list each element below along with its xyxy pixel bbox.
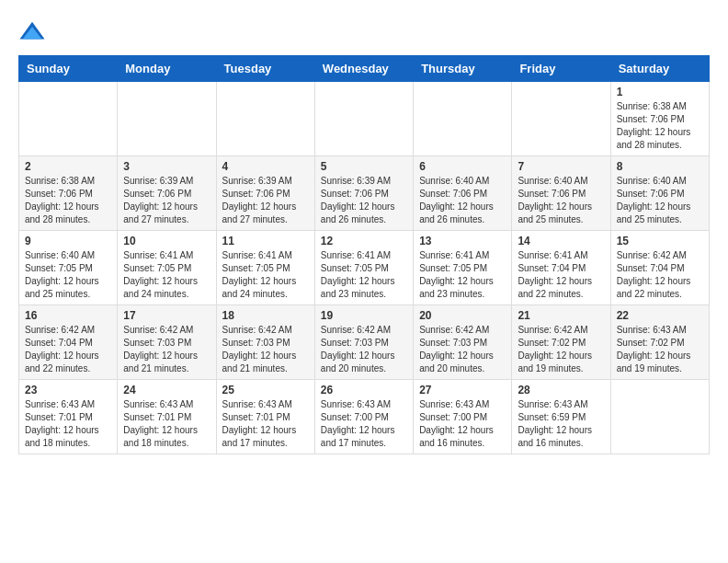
calendar-cell: 17Sunrise: 6:42 AM Sunset: 7:03 PM Dayli… — [118, 305, 216, 380]
calendar-cell: 11Sunrise: 6:41 AM Sunset: 7:05 PM Dayli… — [216, 231, 314, 305]
logo — [18, 18, 50, 46]
day-number: 27 — [419, 384, 506, 396]
day-info: Sunrise: 6:42 AM Sunset: 7:03 PM Dayligh… — [123, 324, 210, 375]
day-number: 5 — [321, 160, 407, 173]
day-number: 19 — [321, 309, 407, 322]
day-number: 7 — [518, 160, 604, 173]
day-info: Sunrise: 6:41 AM Sunset: 7:05 PM Dayligh… — [222, 249, 309, 301]
day-info: Sunrise: 6:43 AM Sunset: 7:00 PM Dayligh… — [419, 398, 506, 450]
day-number: 15 — [617, 235, 703, 247]
calendar-cell: 20Sunrise: 6:42 AM Sunset: 7:03 PM Dayli… — [414, 305, 512, 380]
calendar-cell: 14Sunrise: 6:41 AM Sunset: 7:04 PM Dayli… — [512, 231, 610, 305]
page-header — [18, 18, 710, 46]
calendar-header-row: SundayMondayTuesdayWednesdayThursdayFrid… — [19, 56, 710, 82]
day-info: Sunrise: 6:41 AM Sunset: 7:05 PM Dayligh… — [123, 249, 210, 301]
day-info: Sunrise: 6:43 AM Sunset: 7:01 PM Dayligh… — [25, 398, 111, 450]
calendar-cell: 19Sunrise: 6:42 AM Sunset: 7:03 PM Dayli… — [314, 305, 413, 380]
day-number: 16 — [25, 309, 111, 322]
calendar-cell — [118, 82, 216, 156]
calendar-cell: 10Sunrise: 6:41 AM Sunset: 7:05 PM Dayli… — [118, 231, 216, 305]
calendar-cell: 16Sunrise: 6:42 AM Sunset: 7:04 PM Dayli… — [19, 305, 118, 380]
calendar-cell: 23Sunrise: 6:43 AM Sunset: 7:01 PM Dayli… — [19, 380, 118, 454]
day-number: 2 — [25, 160, 111, 173]
day-info: Sunrise: 6:43 AM Sunset: 7:01 PM Dayligh… — [222, 398, 309, 450]
calendar-week-3: 9Sunrise: 6:40 AM Sunset: 7:05 PM Daylig… — [19, 231, 710, 305]
calendar-cell: 21Sunrise: 6:42 AM Sunset: 7:02 PM Dayli… — [512, 305, 610, 380]
day-number: 9 — [25, 235, 111, 247]
day-info: Sunrise: 6:39 AM Sunset: 7:06 PM Dayligh… — [222, 175, 309, 226]
day-info: Sunrise: 6:43 AM Sunset: 7:00 PM Dayligh… — [321, 398, 407, 450]
calendar-week-2: 2Sunrise: 6:38 AM Sunset: 7:06 PM Daylig… — [19, 156, 710, 231]
day-number: 6 — [419, 160, 506, 173]
column-header-monday: Monday — [118, 56, 216, 82]
column-header-tuesday: Tuesday — [216, 56, 314, 82]
calendar-cell: 8Sunrise: 6:40 AM Sunset: 7:06 PM Daylig… — [610, 156, 709, 231]
day-number: 23 — [25, 384, 111, 396]
day-number: 20 — [419, 309, 506, 322]
calendar-cell: 26Sunrise: 6:43 AM Sunset: 7:00 PM Dayli… — [314, 380, 413, 454]
day-number: 14 — [518, 235, 604, 247]
day-info: Sunrise: 6:43 AM Sunset: 7:02 PM Dayligh… — [617, 324, 703, 375]
day-info: Sunrise: 6:38 AM Sunset: 7:06 PM Dayligh… — [25, 175, 111, 226]
calendar-cell: 12Sunrise: 6:41 AM Sunset: 7:05 PM Dayli… — [314, 231, 413, 305]
calendar-cell: 25Sunrise: 6:43 AM Sunset: 7:01 PM Dayli… — [216, 380, 314, 454]
day-number: 8 — [617, 160, 703, 173]
calendar-cell: 9Sunrise: 6:40 AM Sunset: 7:05 PM Daylig… — [19, 231, 118, 305]
day-number: 12 — [321, 235, 407, 247]
calendar-cell: 3Sunrise: 6:39 AM Sunset: 7:06 PM Daylig… — [118, 156, 216, 231]
day-info: Sunrise: 6:41 AM Sunset: 7:05 PM Dayligh… — [419, 249, 506, 301]
calendar-week-1: 1Sunrise: 6:38 AM Sunset: 7:06 PM Daylig… — [19, 82, 710, 156]
calendar-cell: 28Sunrise: 6:43 AM Sunset: 6:59 PM Dayli… — [512, 380, 610, 454]
calendar-week-5: 23Sunrise: 6:43 AM Sunset: 7:01 PM Dayli… — [19, 380, 710, 454]
column-header-sunday: Sunday — [19, 56, 118, 82]
day-number: 24 — [123, 384, 210, 396]
calendar-cell — [19, 82, 118, 156]
day-info: Sunrise: 6:42 AM Sunset: 7:03 PM Dayligh… — [419, 324, 506, 375]
day-info: Sunrise: 6:39 AM Sunset: 7:06 PM Dayligh… — [321, 175, 407, 226]
day-number: 1 — [617, 86, 703, 98]
calendar-cell — [216, 82, 314, 156]
calendar-cell: 15Sunrise: 6:42 AM Sunset: 7:04 PM Dayli… — [610, 231, 709, 305]
calendar-cell: 27Sunrise: 6:43 AM Sunset: 7:00 PM Dayli… — [414, 380, 512, 454]
day-info: Sunrise: 6:43 AM Sunset: 7:01 PM Dayligh… — [123, 398, 210, 450]
day-number: 21 — [518, 309, 604, 322]
day-info: Sunrise: 6:40 AM Sunset: 7:06 PM Dayligh… — [518, 175, 604, 226]
day-number: 10 — [123, 235, 210, 247]
day-number: 3 — [123, 160, 210, 173]
calendar-cell: 4Sunrise: 6:39 AM Sunset: 7:06 PM Daylig… — [216, 156, 314, 231]
day-info: Sunrise: 6:41 AM Sunset: 7:04 PM Dayligh… — [518, 249, 604, 301]
day-number: 18 — [222, 309, 309, 322]
logo-icon — [18, 18, 46, 46]
day-number: 17 — [123, 309, 210, 322]
calendar-cell — [512, 82, 610, 156]
day-number: 26 — [321, 384, 407, 396]
day-info: Sunrise: 6:42 AM Sunset: 7:02 PM Dayligh… — [518, 324, 604, 375]
calendar-cell — [414, 82, 512, 156]
column-header-thursday: Thursday — [414, 56, 512, 82]
calendar-week-4: 16Sunrise: 6:42 AM Sunset: 7:04 PM Dayli… — [19, 305, 710, 380]
day-number: 11 — [222, 235, 309, 247]
day-info: Sunrise: 6:43 AM Sunset: 6:59 PM Dayligh… — [518, 398, 604, 450]
day-number: 25 — [222, 384, 309, 396]
day-number: 22 — [617, 309, 703, 322]
day-info: Sunrise: 6:42 AM Sunset: 7:03 PM Dayligh… — [222, 324, 309, 375]
calendar-cell: 7Sunrise: 6:40 AM Sunset: 7:06 PM Daylig… — [512, 156, 610, 231]
day-info: Sunrise: 6:40 AM Sunset: 7:06 PM Dayligh… — [419, 175, 506, 226]
calendar-cell — [314, 82, 413, 156]
calendar-cell: 24Sunrise: 6:43 AM Sunset: 7:01 PM Dayli… — [118, 380, 216, 454]
calendar: SundayMondayTuesdayWednesdayThursdayFrid… — [18, 55, 710, 454]
calendar-cell: 2Sunrise: 6:38 AM Sunset: 7:06 PM Daylig… — [19, 156, 118, 231]
day-info: Sunrise: 6:40 AM Sunset: 7:05 PM Dayligh… — [25, 249, 111, 301]
calendar-cell: 18Sunrise: 6:42 AM Sunset: 7:03 PM Dayli… — [216, 305, 314, 380]
calendar-cell: 13Sunrise: 6:41 AM Sunset: 7:05 PM Dayli… — [414, 231, 512, 305]
day-info: Sunrise: 6:41 AM Sunset: 7:05 PM Dayligh… — [321, 249, 407, 301]
day-info: Sunrise: 6:42 AM Sunset: 7:03 PM Dayligh… — [321, 324, 407, 375]
day-number: 4 — [222, 160, 309, 173]
calendar-cell: 1Sunrise: 6:38 AM Sunset: 7:06 PM Daylig… — [610, 82, 709, 156]
column-header-wednesday: Wednesday — [314, 56, 413, 82]
day-info: Sunrise: 6:40 AM Sunset: 7:06 PM Dayligh… — [617, 175, 703, 226]
day-number: 13 — [419, 235, 506, 247]
column-header-saturday: Saturday — [610, 56, 709, 82]
day-info: Sunrise: 6:38 AM Sunset: 7:06 PM Dayligh… — [617, 100, 703, 152]
day-info: Sunrise: 6:39 AM Sunset: 7:06 PM Dayligh… — [123, 175, 210, 226]
